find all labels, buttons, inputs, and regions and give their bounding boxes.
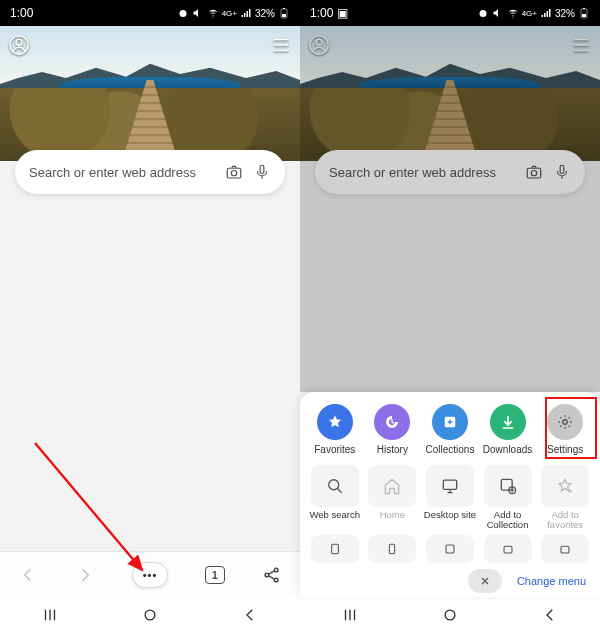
svg-rect-33 bbox=[504, 546, 512, 553]
svg-point-11 bbox=[274, 568, 278, 572]
close-icon bbox=[479, 575, 491, 587]
favorites-action[interactable]: Favorites bbox=[307, 404, 363, 455]
add-collection-icon bbox=[498, 476, 518, 496]
downloads-action[interactable]: Downloads bbox=[480, 404, 536, 455]
svg-point-35 bbox=[445, 610, 455, 620]
search-icon bbox=[325, 476, 345, 496]
android-back-icon[interactable] bbox=[541, 606, 559, 624]
status-time: 1:00 bbox=[310, 6, 333, 20]
svg-rect-18 bbox=[583, 8, 585, 9]
tile-icon bbox=[384, 541, 400, 557]
share-icon[interactable] bbox=[262, 565, 282, 585]
wifi-icon bbox=[207, 7, 219, 19]
star-icon bbox=[326, 413, 344, 431]
sheet-row2: Web search Home Desktop site Add to Coll… bbox=[306, 465, 594, 531]
sheet-row3 bbox=[306, 535, 594, 563]
svg-rect-9 bbox=[260, 165, 264, 173]
tile-icon bbox=[442, 541, 458, 557]
home-action: Home bbox=[364, 465, 420, 531]
svg-rect-7 bbox=[227, 168, 241, 178]
svg-point-12 bbox=[274, 578, 278, 582]
phone-right: 1:00 ▣ 4G+ 32% bbox=[300, 0, 600, 633]
svg-point-13 bbox=[145, 610, 155, 620]
tile-icon bbox=[557, 541, 573, 557]
svg-rect-31 bbox=[390, 544, 395, 553]
recents-icon[interactable] bbox=[41, 606, 59, 624]
add-collection-action[interactable]: Add to Collection bbox=[480, 465, 536, 531]
hero-image bbox=[0, 26, 300, 161]
svg-point-1 bbox=[212, 17, 213, 18]
collections-action[interactable]: Collections bbox=[422, 404, 478, 455]
menu-sheet: Favorites History Collections Downloads … bbox=[300, 392, 600, 597]
desktop-site-action[interactable]: Desktop site bbox=[422, 465, 478, 531]
collections-label: Collections bbox=[426, 444, 475, 455]
svg-point-8 bbox=[231, 171, 236, 176]
svg-rect-32 bbox=[446, 545, 454, 553]
desktop-icon bbox=[440, 476, 460, 496]
search-input[interactable] bbox=[29, 165, 215, 180]
history-icon bbox=[383, 413, 401, 431]
annotation-arrow bbox=[30, 438, 170, 602]
camera-icon[interactable] bbox=[225, 163, 243, 181]
status-time: 1:00 bbox=[10, 6, 33, 20]
home-icon[interactable] bbox=[141, 606, 159, 624]
svg-rect-34 bbox=[561, 546, 569, 553]
tabs-button[interactable]: 1 bbox=[205, 566, 225, 584]
svg-point-10 bbox=[265, 573, 269, 577]
sheet-footer: Change menu bbox=[306, 567, 594, 593]
dim-overlay bbox=[300, 26, 600, 392]
history-label: History bbox=[377, 444, 408, 455]
profile-icon[interactable] bbox=[8, 34, 30, 56]
svg-rect-17 bbox=[582, 14, 586, 17]
change-menu-link[interactable]: Change menu bbox=[517, 575, 586, 587]
status-bar: 1:00 ▣ 4G+ 32% bbox=[300, 0, 600, 26]
status-battery: 32% bbox=[555, 8, 575, 19]
screenshot-icon: ▣ bbox=[337, 6, 348, 20]
alarm-icon bbox=[177, 7, 189, 19]
svg-point-6 bbox=[16, 39, 22, 45]
history-action[interactable]: History bbox=[364, 404, 420, 455]
wifi-icon bbox=[507, 7, 519, 19]
svg-point-15 bbox=[512, 17, 513, 18]
favorites-label: Favorites bbox=[314, 444, 355, 455]
home-icon[interactable] bbox=[441, 606, 459, 624]
annotation-highlight-settings bbox=[545, 397, 597, 459]
tile-icon bbox=[500, 541, 516, 557]
mute-icon bbox=[192, 7, 204, 19]
svg-rect-28 bbox=[501, 479, 512, 490]
status-right: 4G+ 32% bbox=[177, 7, 290, 19]
search-bar[interactable] bbox=[15, 150, 285, 194]
mic-icon[interactable] bbox=[253, 163, 271, 181]
android-nav bbox=[0, 597, 300, 633]
hamburger-icon[interactable] bbox=[270, 34, 292, 56]
alarm-icon bbox=[477, 7, 489, 19]
svg-point-26 bbox=[329, 480, 339, 490]
status-battery: 32% bbox=[255, 8, 275, 19]
close-sheet-button[interactable] bbox=[468, 569, 502, 593]
signal-icon bbox=[240, 7, 252, 19]
downloads-label: Downloads bbox=[483, 444, 532, 455]
signal-icon bbox=[540, 7, 552, 19]
star-plus-icon bbox=[555, 476, 575, 496]
tile-icon bbox=[327, 541, 343, 557]
phone-left: 1:00 4G+ 32% bbox=[0, 0, 300, 633]
mute-icon bbox=[492, 7, 504, 19]
android-nav bbox=[300, 597, 600, 633]
status-right: 4G+ 32% bbox=[477, 7, 590, 19]
download-icon bbox=[499, 413, 517, 431]
web-search-action[interactable]: Web search bbox=[307, 465, 363, 531]
status-bar: 1:00 4G+ 32% bbox=[0, 0, 300, 26]
svg-rect-27 bbox=[443, 480, 456, 489]
home-icon bbox=[382, 476, 402, 496]
recents-icon[interactable] bbox=[341, 606, 359, 624]
battery-icon bbox=[578, 7, 590, 19]
collections-icon bbox=[441, 413, 459, 431]
svg-rect-4 bbox=[283, 8, 285, 9]
svg-rect-3 bbox=[282, 14, 286, 17]
add-favorite-action: Add to favorites bbox=[537, 465, 593, 531]
svg-rect-30 bbox=[331, 544, 338, 553]
android-back-icon[interactable] bbox=[241, 606, 259, 624]
battery-icon bbox=[278, 7, 290, 19]
